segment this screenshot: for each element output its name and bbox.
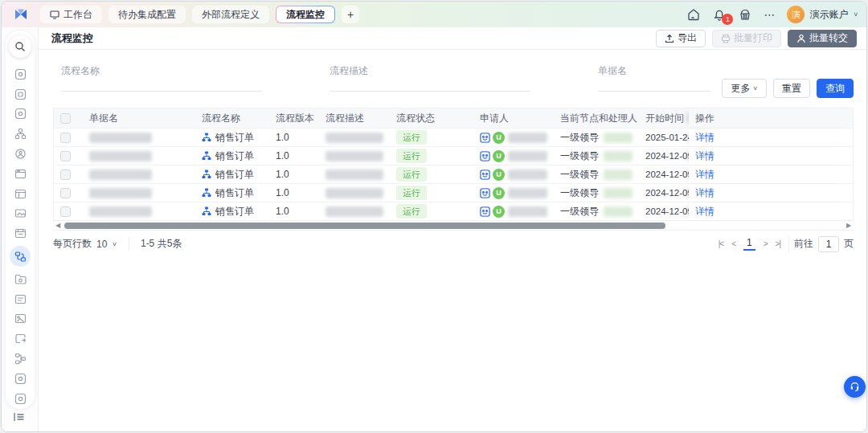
hierarchy-icon[interactable] [14, 353, 27, 366]
prev-page-icon[interactable]: < [731, 239, 735, 248]
browser-icon[interactable] [14, 187, 27, 200]
redacted-document-name [89, 151, 152, 161]
printer-icon [721, 34, 731, 43]
row-checkbox[interactable] [60, 133, 71, 143]
document-name-field[interactable]: 单据名 [598, 64, 710, 92]
col-process-description: 流程描述 [319, 108, 390, 128]
id-card-icon [480, 151, 490, 161]
id-card-icon [480, 188, 490, 198]
scrollbar-track[interactable] [63, 223, 844, 229]
org-chart-icon[interactable] [14, 128, 27, 141]
col-process-status: 流程状态 [390, 108, 473, 128]
applicant-avatar: U [493, 187, 505, 199]
applicant-avatar: U [493, 169, 505, 181]
goto-page-input[interactable] [818, 236, 839, 252]
app-logo-icon [13, 6, 29, 22]
more-filters-button[interactable]: 更多 ∨ [722, 79, 767, 98]
redacted-description [326, 151, 383, 161]
sidebar-icon-rail [6, 31, 35, 409]
service-gear-icon[interactable] [14, 148, 27, 161]
row-checkbox[interactable] [60, 151, 71, 161]
workflow-icon [202, 151, 211, 161]
import-window-icon[interactable] [14, 333, 27, 345]
workflow-icon [202, 188, 211, 198]
document-name-label: 单据名 [598, 64, 710, 78]
detail-link[interactable]: 详情 [695, 131, 714, 145]
row-checkbox[interactable] [60, 170, 71, 180]
workflow-icon [202, 170, 211, 179]
person-icon [796, 34, 806, 43]
scroll-right-icon[interactable]: ▶ [844, 222, 854, 229]
row-checkbox[interactable] [60, 206, 71, 217]
row-checkbox[interactable] [60, 188, 71, 198]
detail-link[interactable]: 详情 [695, 186, 714, 200]
horizontal-scrollbar[interactable]: ◀ ▶ [53, 220, 854, 230]
process-version: 1.0 [269, 165, 319, 183]
process-version: 1.0 [269, 147, 319, 165]
tab-label: 流程监控 [286, 8, 325, 22]
notification-bell-icon[interactable]: 1 [712, 7, 727, 22]
customer-service-chat-button[interactable] [844, 376, 866, 398]
detail-link[interactable]: 详情 [695, 168, 714, 182]
batch-print-button[interactable]: 批量打印 [712, 30, 781, 47]
table-row[interactable]: 销售订单 1.0 运行 U 一级领导 2024-12-09 16 详情 [54, 146, 853, 165]
search-button[interactable]: 查询 [817, 79, 854, 98]
detail-link[interactable]: 详情 [695, 149, 714, 163]
last-page-icon[interactable]: >| [776, 239, 780, 248]
detail-link[interactable]: 详情 [695, 205, 714, 219]
col-document-name: 单据名 [83, 108, 195, 128]
home-icon[interactable] [686, 7, 701, 22]
next-page-icon[interactable]: > [764, 239, 768, 248]
table-row[interactable]: 销售订单 1.0 运行 U 一级领导 2024-12-09 16 详情 [54, 202, 853, 220]
tab-workbench[interactable]: 工作台 [40, 6, 102, 23]
scrollbar-thumb[interactable] [64, 223, 665, 229]
reset-button[interactable]: 重置 [773, 79, 810, 98]
form-icon[interactable] [14, 292, 27, 305]
app-window-icon[interactable] [14, 67, 27, 80]
process-name-label: 流程名称 [61, 64, 262, 78]
first-page-icon[interactable]: |< [719, 239, 723, 248]
start-time: 2024-12-09 16 [639, 184, 689, 202]
export-label: 导出 [678, 31, 697, 45]
tab-external-process-definition[interactable]: 外部流程定义 [192, 6, 269, 23]
tab-process-monitor[interactable]: 流程监控 [276, 6, 335, 23]
rows-per-page-label: 每页行数 [53, 237, 92, 251]
table-header-row: 单据名 流程名称 流程版本 流程描述 流程状态 申请人 当前节点和处理人 开始时… [54, 108, 853, 128]
process-name-field[interactable]: 流程名称 [61, 64, 262, 92]
select-all-checkbox[interactable] [60, 113, 71, 124]
app-market-basket-icon[interactable] [738, 7, 752, 22]
scroll-left-icon[interactable]: ◀ [53, 222, 63, 229]
image-folder-icon[interactable] [14, 207, 27, 220]
main-content: 流程名称 流程描述 单据名 更多 ∨ 重置 查询 [39, 50, 866, 431]
account-menu[interactable]: 演 演示账户 ∨ [787, 6, 858, 23]
browser-icon[interactable] [14, 167, 27, 180]
collapse-menu-icon[interactable] [13, 411, 26, 427]
table-row[interactable]: 销售订单 1.0 运行 U 一级领导 2024-12-09 16 详情 [54, 183, 853, 202]
pagination-bar: 每页行数 10 ∨ 1-5 共5条 |< < 1 > >| 前往 页 [53, 230, 854, 257]
app-window-icon[interactable] [14, 108, 27, 121]
export-button[interactable]: 导出 [656, 30, 706, 47]
app-window-icon[interactable] [14, 372, 27, 385]
search-icon[interactable] [9, 35, 31, 58]
col-start-time: 开始时间 [639, 108, 689, 128]
picture-icon[interactable] [14, 312, 27, 325]
more-menu-icon[interactable]: ⋯ [764, 8, 776, 21]
current-page[interactable]: 1 [743, 237, 755, 251]
page-unit-label: 页 [844, 237, 854, 251]
table-row[interactable]: 销售订单 1.0 运行 U 一级领导 2024-12-09 16 详情 [54, 165, 853, 183]
app-window-icon[interactable] [14, 392, 27, 405]
calendar-grid-icon[interactable] [14, 227, 27, 240]
redacted-applicant-name [508, 188, 547, 198]
redacted-description [326, 206, 383, 217]
workflow-icon [202, 133, 211, 142]
table-row[interactable]: 销售订单 1.0 运行 U 一级领导 2025-01-24 12 详情 [54, 128, 853, 146]
app-window-icon[interactable] [14, 88, 27, 100]
workflow-icon[interactable] [10, 246, 31, 267]
top-tab-bar: 工作台 待办集成配置 外部流程定义 流程监控 + 1 ⋯ 演 [2, 2, 866, 27]
process-description-field[interactable]: 流程描述 [330, 64, 530, 92]
batch-transfer-button[interactable]: 批量转交 [788, 30, 857, 47]
folder-gear-icon[interactable] [14, 272, 27, 285]
add-tab-button[interactable]: + [342, 6, 359, 23]
tab-todo-integration-config[interactable]: 待办集成配置 [108, 6, 186, 23]
rows-per-page-select[interactable]: 每页行数 10 ∨ [53, 237, 129, 251]
